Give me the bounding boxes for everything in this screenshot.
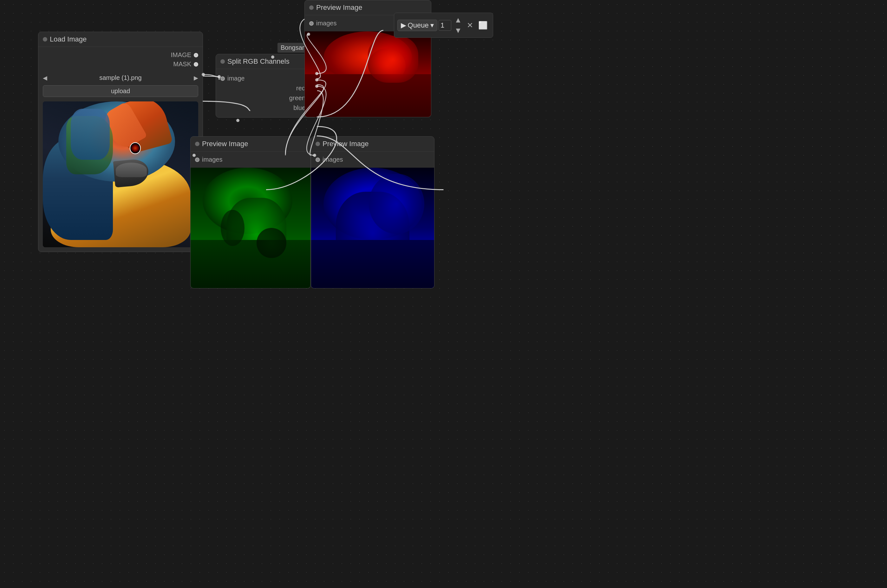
- blue-port-label: blue: [293, 104, 305, 112]
- split-rgb-title: Split RGB Channels: [227, 57, 290, 66]
- play-icon: ▶: [401, 21, 406, 30]
- load-image-header: Load Image: [38, 32, 203, 47]
- image-port-connector[interactable]: [194, 53, 198, 57]
- preview-green-port-row: images: [191, 152, 311, 168]
- preview-green-images-connector[interactable]: [195, 158, 200, 162]
- preview-red-status-dot: [309, 5, 314, 10]
- preview-blue-header: Preview Image: [311, 136, 434, 152]
- queue-count-input[interactable]: [438, 20, 451, 31]
- green-output-port: green: [221, 94, 312, 102]
- preview-green-image-area: [191, 168, 311, 288]
- toolbar: ▶ Queue ▾ ▲ ▼ ✕ ⬜: [394, 13, 494, 38]
- prev-image-button[interactable]: ◀: [43, 75, 47, 81]
- queue-label: Queue: [408, 21, 429, 30]
- image-port-label: IMAGE: [171, 51, 191, 58]
- preview-blue-images-label: images: [323, 156, 343, 163]
- increment-button[interactable]: ▲: [453, 15, 464, 25]
- mask-port-connector[interactable]: [194, 62, 198, 67]
- queue-run-button[interactable]: ▶ Queue ▾: [397, 20, 437, 31]
- svg-point-9: [236, 119, 239, 122]
- node-status-dot: [43, 37, 47, 42]
- image-filename-label: sample (1).png: [49, 74, 192, 81]
- preview-green-status-dot: [195, 142, 200, 146]
- load-image-node: Load Image IMAGE MASK ◀ sample (1).png ▶…: [38, 32, 203, 252]
- preview-blue-port-row: images: [311, 152, 434, 168]
- preview-red-title: Preview Image: [316, 3, 362, 12]
- preview-node-green: Preview Image images: [190, 136, 311, 288]
- preview-node-blue: Preview Image images: [311, 136, 434, 288]
- preview-green-images-port: images: [195, 156, 306, 163]
- upload-button[interactable]: upload: [43, 85, 198, 97]
- split-rgb-node: Bongsang Split RGB Channels image red gr…: [216, 54, 317, 118]
- preview-green-header: Preview Image: [191, 136, 311, 152]
- parrot-preview-image: [43, 101, 198, 247]
- preview-green-title: Preview Image: [202, 140, 248, 148]
- red-port-label: red: [296, 85, 305, 92]
- preview-blue-status-dot: [315, 142, 320, 146]
- close-button[interactable]: ✕: [465, 20, 475, 30]
- preview-blue-image-area: [311, 168, 434, 288]
- preview-blue-images-connector[interactable]: [315, 158, 320, 162]
- preview-red-images-label: images: [316, 20, 336, 27]
- decrement-button[interactable]: ▼: [453, 26, 464, 36]
- preview-blue-title: Preview Image: [323, 140, 369, 148]
- load-image-title: Load Image: [50, 35, 87, 44]
- image-selector: ◀ sample (1).png ▶: [38, 72, 203, 83]
- mask-port-label: MASK: [173, 60, 191, 68]
- preview-blue-images-port: images: [315, 156, 430, 163]
- image-input-connector[interactable]: [221, 76, 225, 81]
- image-input-port: image: [221, 75, 312, 82]
- load-image-output-ports: IMAGE MASK: [38, 47, 203, 72]
- preview-red-image-area: [305, 32, 431, 117]
- preview-red-images-connector[interactable]: [309, 21, 314, 26]
- preview-green-images-label: images: [202, 156, 222, 163]
- green-port-label: green: [289, 94, 305, 102]
- mask-output-port: MASK: [43, 60, 198, 68]
- red-output-port: red: [221, 85, 312, 92]
- image-input-label: image: [227, 75, 245, 82]
- split-rgb-status-dot: [221, 59, 225, 64]
- dropdown-arrow-icon: ▾: [430, 21, 434, 30]
- image-output-port: IMAGE: [43, 51, 198, 58]
- blue-output-port: blue: [221, 104, 312, 112]
- expand-button[interactable]: ⬜: [476, 20, 490, 30]
- next-image-button[interactable]: ▶: [194, 75, 198, 81]
- split-rgb-ports: image red green blue: [216, 69, 317, 117]
- split-rgb-header: Split RGB Channels: [216, 54, 317, 69]
